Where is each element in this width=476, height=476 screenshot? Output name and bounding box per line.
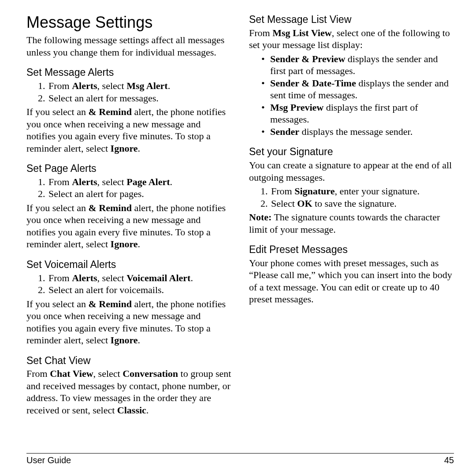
section-edit-preset-messages: Edit Preset Messages Your phone comes wi…	[249, 243, 454, 305]
list-view-intro: From Msg List View, select one of the fo…	[249, 27, 454, 51]
bold: Chat View	[50, 368, 93, 379]
text: .	[138, 335, 141, 346]
bold: Voicemail Alert	[126, 272, 190, 283]
text: From	[26, 368, 50, 379]
text: From	[271, 186, 294, 197]
page: Message Settings The following message s…	[0, 0, 476, 476]
section-set-message-alerts: Set Message Alerts From Alerts, select M…	[26, 66, 231, 154]
list-item: Sender displays the message sender.	[261, 126, 454, 138]
list-item: From Signature, enter your signature.	[270, 185, 454, 197]
text: From	[249, 27, 272, 38]
bold: Msg List View	[272, 27, 331, 38]
text: .	[138, 143, 141, 154]
section-set-page-alerts: Set Page Alerts From Alerts, select Page…	[26, 162, 231, 250]
section-set-message-list-view: Set Message List View From Msg List View…	[249, 13, 454, 138]
footer-page-number: 45	[444, 455, 454, 465]
heading-set-message-alerts: Set Message Alerts	[26, 66, 231, 79]
text: The signature counts towards the charact…	[249, 212, 440, 235]
bold: Msg Preview	[270, 102, 324, 113]
list-item: From Alerts, select Page Alert.	[48, 176, 231, 188]
list-item: From Alerts, select Msg Alert.	[48, 80, 231, 92]
list-item: From Alerts, select Voicemail Alert.	[48, 272, 231, 284]
bold: Note:	[249, 212, 271, 223]
bold: Alerts	[72, 272, 97, 283]
text: , enter your signature.	[335, 186, 419, 197]
bold: Ignore	[111, 143, 138, 154]
remind-note: If you select an & Remind alert, the pho…	[26, 202, 231, 250]
text: .	[168, 80, 171, 91]
text: , select	[97, 176, 127, 187]
heading-set-chat-view: Set Chat View	[26, 354, 231, 367]
signature-note: Note: The signature counts towards the c…	[249, 211, 454, 235]
text: , select	[97, 80, 127, 91]
bold: & Remind	[89, 298, 132, 309]
bold: Alerts	[72, 176, 97, 187]
list-item: Select an alert for voicemails.	[48, 284, 231, 296]
signature-intro: You can create a signature to appear at …	[249, 159, 454, 183]
bold: Ignore	[111, 335, 138, 346]
content-columns: Message Settings The following message s…	[26, 13, 454, 436]
text: From	[48, 176, 72, 187]
bold: Classic	[117, 405, 146, 416]
remind-note: If you select an & Remind alert, the pho…	[26, 298, 231, 346]
preset-body: Your phone comes with preset messages, s…	[249, 257, 454, 305]
bold: Conversation	[123, 368, 178, 379]
heading-set-page-alerts: Set Page Alerts	[26, 162, 231, 175]
text: .	[170, 176, 173, 187]
heading-set-message-list-view: Set Message List View	[249, 13, 454, 26]
text: .	[190, 272, 193, 283]
intro-text: The following message settings affect al…	[26, 34, 231, 58]
remind-note: If you select an & Remind alert, the pho…	[26, 106, 231, 154]
bold: & Remind	[89, 106, 132, 117]
steps-vm-alerts: From Alerts, select Voicemail Alert. Sel…	[26, 272, 231, 296]
text: , select	[97, 272, 127, 283]
text: to save the signature.	[312, 198, 397, 209]
list-item: Select OK to save the signature.	[270, 197, 454, 210]
footer-left: User Guide	[26, 455, 71, 465]
steps-page-alerts: From Alerts, select Page Alert. Select a…	[26, 176, 231, 200]
section-set-chat-view: Set Chat View From Chat View, select Con…	[26, 354, 231, 416]
bold: & Remind	[89, 202, 132, 213]
chat-view-text: From Chat View, select Conversation to g…	[26, 368, 231, 416]
list-item: Sender & Preview displays the sender and…	[261, 53, 454, 77]
list-item: Sender & Date-Time displays the sender a…	[261, 77, 454, 101]
steps-signature: From Signature, enter your signature. Se…	[249, 185, 454, 209]
heading-set-your-signature: Set your Signature	[249, 145, 454, 158]
bold: OK	[297, 198, 312, 209]
bold: Sender & Date-Time	[270, 78, 356, 89]
bold: Sender	[270, 126, 299, 137]
text: If you select an	[26, 298, 89, 309]
bold: Sender & Preview	[270, 53, 345, 64]
bold: Alerts	[72, 80, 97, 91]
list-view-options: Sender & Preview displays the sender and…	[249, 53, 454, 138]
text: If you select an	[26, 202, 89, 213]
section-set-voicemail-alerts: Set Voicemail Alerts From Alerts, select…	[26, 258, 231, 346]
bold: Page Alert	[126, 176, 170, 187]
list-item: Msg Preview displays the first part of m…	[261, 101, 454, 126]
page-title: Message Settings	[26, 13, 231, 31]
text: From	[48, 272, 72, 283]
list-item: Select an alert for pages.	[48, 188, 231, 200]
text: displays the message sender.	[299, 126, 413, 137]
text: .	[146, 405, 149, 416]
steps-msg-alerts: From Alerts, select Msg Alert. Select an…	[26, 80, 231, 104]
bold: Ignore	[111, 238, 138, 249]
heading-edit-preset-messages: Edit Preset Messages	[249, 243, 454, 256]
bold: Signature	[294, 186, 335, 197]
text: From	[48, 80, 72, 91]
list-item: Select an alert for messages.	[48, 92, 231, 104]
page-footer: User Guide 45	[26, 453, 454, 465]
text: Select	[271, 198, 297, 209]
text: , select	[93, 368, 123, 379]
heading-set-voicemail-alerts: Set Voicemail Alerts	[26, 258, 231, 271]
section-set-your-signature: Set your Signature You can create a sign…	[249, 145, 454, 235]
bold: Msg Alert	[126, 80, 167, 91]
text: If you select an	[26, 106, 89, 117]
text: .	[138, 238, 141, 249]
